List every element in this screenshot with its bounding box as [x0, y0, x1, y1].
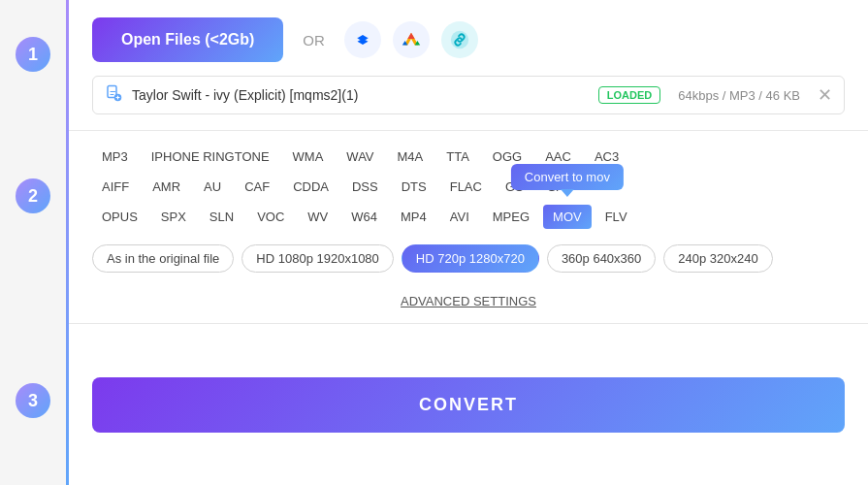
- format-btn-mpeg[interactable]: MPEG: [483, 205, 539, 229]
- format-btn-flv[interactable]: FLV: [595, 205, 637, 229]
- format-btn-gs[interactable]: GS: [496, 175, 533, 199]
- section-format-select: MP3IPHONE RINGTONEWMAWAVM4ATTAOGGAACAC3 …: [69, 131, 868, 324]
- resolution-row: As in the original fileHD 1080p 1920x108…: [92, 235, 845, 278]
- format-btn-mp4[interactable]: MP4: [391, 205, 436, 229]
- format-btn-voc[interactable]: VOC: [247, 205, 294, 229]
- format-btn-tta[interactable]: TTA: [436, 145, 479, 169]
- format-btn-wv[interactable]: WV: [298, 205, 338, 229]
- format-btn-flac[interactable]: FLAC: [440, 175, 492, 199]
- format-btn-amr[interactable]: AMR: [143, 175, 190, 199]
- file-icon: [105, 84, 122, 106]
- resolution-btn-hdx1080px1920x1080[interactable]: HD 1080p 1920x1080: [241, 244, 394, 273]
- format-btn-sln[interactable]: SLN: [200, 205, 243, 229]
- format-btn-spx[interactable]: SPX: [151, 205, 196, 229]
- resolution-btn-hdx720px1280x720[interactable]: HD 720p 1280x720: [402, 244, 539, 273]
- format-btn-aac[interactable]: AAC: [535, 145, 581, 169]
- open-row: Open Files (<2Gb) OR: [92, 17, 845, 62]
- link-button[interactable]: [441, 21, 478, 58]
- gdrive-button[interactable]: [393, 21, 430, 58]
- format-btn-cdda[interactable]: CDDA: [283, 175, 338, 199]
- format-row-1: MP3IPHONE RINGTONEWMAWAVM4ATTAOGGAACAC3: [92, 145, 845, 169]
- format-btn-avi[interactable]: AVI: [440, 205, 479, 229]
- advanced-settings-link-row: ADVANCED SETTINGS: [92, 284, 845, 313]
- format-btn-dts[interactable]: DTS: [392, 175, 436, 199]
- loaded-badge: LOADED: [598, 86, 660, 104]
- or-label: OR: [303, 32, 325, 48]
- format-btn-wma[interactable]: WMA: [283, 145, 334, 169]
- resolution-btn-360px640x360[interactable]: 360p 640x360: [547, 244, 656, 273]
- section-open-files: Open Files (<2Gb) OR: [69, 0, 868, 131]
- open-files-button[interactable]: Open Files (<2Gb): [92, 17, 283, 62]
- main-content: Open Files (<2Gb) OR: [66, 0, 868, 485]
- format-btn-mov[interactable]: MOV: [543, 205, 592, 229]
- close-file-button[interactable]: ✕: [818, 84, 832, 106]
- format-btn-mp3[interactable]: MP3: [92, 145, 138, 169]
- format-btn-ac3[interactable]: AC3: [585, 145, 628, 169]
- resolution-btn-240px320x240[interactable]: 240p 320x240: [663, 244, 772, 273]
- svg-point-0: [451, 31, 468, 48]
- step-3-number: 3: [16, 383, 50, 418]
- format-btn-wav[interactable]: WAV: [337, 145, 383, 169]
- convert-button[interactable]: CONVERT: [92, 377, 845, 433]
- format-btn-dss[interactable]: DSS: [342, 175, 388, 199]
- section-convert: CONVERT: [69, 324, 868, 485]
- format-row-2: AIFFAMRAUCAFCDDADSSDTSFLACGSGA: [92, 175, 845, 199]
- format-btn-caf[interactable]: CAF: [235, 175, 279, 199]
- file-info-label: 64kbps / MP3 / 46 KB: [678, 88, 800, 103]
- step-sidebar: 1 2 3: [0, 0, 66, 485]
- step-1-number: 1: [16, 37, 50, 72]
- format-btn-au[interactable]: AU: [194, 175, 231, 199]
- format-btn-opus[interactable]: OPUS: [92, 205, 147, 229]
- format-btn-m4a[interactable]: M4A: [388, 145, 434, 169]
- cloud-icons-group: [344, 21, 478, 58]
- format-btn-ga[interactable]: GA: [537, 175, 575, 199]
- tooltip-wrapper-mov: Convert to movMOV: [543, 205, 592, 229]
- step-2-number: 2: [16, 178, 50, 213]
- format-btn-aiff[interactable]: AIFF: [92, 175, 139, 199]
- file-name-label: Taylor Swift - ivy (Explicit) [mqms2](1): [132, 87, 589, 103]
- resolution-btn-asxinxthexoriginalxfile[interactable]: As in the original file: [92, 244, 234, 273]
- format-row-3: OPUSSPXSLNVOCWVW64MP4AVIMPEGConvert to m…: [92, 205, 845, 229]
- dropbox-button[interactable]: [344, 21, 381, 58]
- advanced-settings-link[interactable]: ADVANCED SETTINGS: [401, 294, 536, 308]
- format-btn-iphone-ringtone[interactable]: IPHONE RINGTONE: [142, 145, 279, 169]
- format-btn-ogg[interactable]: OGG: [483, 145, 531, 169]
- file-row: Taylor Swift - ivy (Explicit) [mqms2](1)…: [92, 76, 845, 114]
- format-btn-w64[interactable]: W64: [341, 205, 387, 229]
